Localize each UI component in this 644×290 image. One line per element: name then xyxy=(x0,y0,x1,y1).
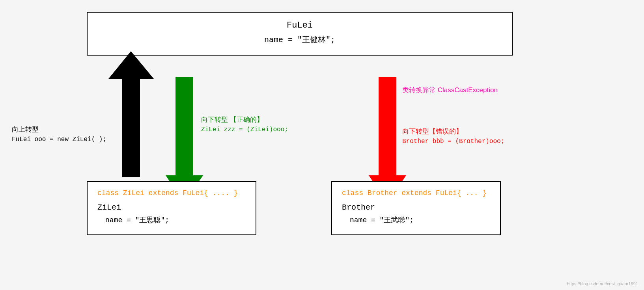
zilei-field: name = "王思聪"; xyxy=(97,215,246,225)
fulei-field: name = "王健林"; xyxy=(99,34,500,45)
upcast-line1: 向上转型 xyxy=(12,124,106,135)
watermark: https://blog.csdn.net/cnst_guanr1991 xyxy=(567,281,638,286)
brother-class-name: Brother xyxy=(342,203,490,212)
arrow-down-green-shaft xyxy=(175,77,193,177)
arrow-up-black-shaft xyxy=(122,77,140,177)
brother-field: name = "王武聪"; xyxy=(342,215,490,225)
downcast-wrong-line1: 向下转型【错误的】 xyxy=(402,126,504,137)
label-downcast-wrong: 向下转型【错误的】 Brother bbb = (Brother)ooo; xyxy=(402,126,504,147)
downcast-correct-line1: 向下转型 【正确的】 xyxy=(201,114,288,125)
fulei-class-name: FuLei xyxy=(99,20,500,30)
brother-class-decl: class Brother extends FuLei{ ... } xyxy=(342,189,490,197)
fulei-box: FuLei name = "王健林"; xyxy=(87,12,513,56)
label-downcast-correct: 向下转型 【正确的】 ZiLei zzz = (ZiLei)ooo; xyxy=(201,114,288,135)
label-exception: 类转换异常 ClassCastException xyxy=(402,85,498,95)
downcast-correct-line2: ZiLei zzz = (ZiLei)ooo; xyxy=(201,125,288,135)
zilei-box: class ZiLei extends FuLei{ .... } ZiLei … xyxy=(87,181,256,235)
zilei-class-name: ZiLei xyxy=(97,203,246,212)
label-upcast: 向上转型 FuLei ooo = new ZiLei( ); xyxy=(12,124,106,145)
upcast-line2: FuLei ooo = new ZiLei( ); xyxy=(12,135,106,145)
brother-box: class Brother extends FuLei{ ... } Broth… xyxy=(331,181,501,235)
arrow-down-red-shaft xyxy=(379,77,396,177)
zilei-class-decl: class ZiLei extends FuLei{ .... } xyxy=(97,189,246,197)
downcast-wrong-line2: Brother bbb = (Brother)ooo; xyxy=(402,137,504,147)
diagram-container: FuLei name = "王健林"; 向上转型 FuLei ooo = new… xyxy=(0,0,644,290)
exception-text: 类转换异常 ClassCastException xyxy=(402,86,498,94)
